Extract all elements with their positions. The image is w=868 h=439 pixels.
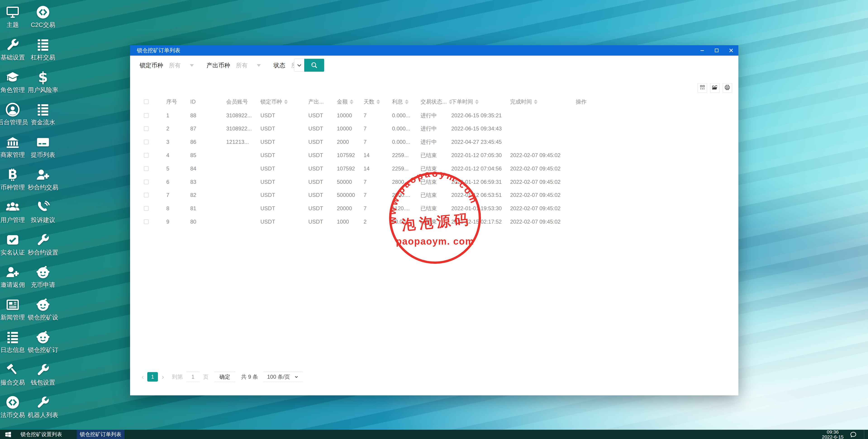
window-titlebar[interactable]: 锁仓挖矿订单列表 bbox=[130, 45, 738, 56]
column-header-interest[interactable]: 利息 bbox=[392, 97, 408, 107]
desktop-icon-label: 钱包设置 bbox=[31, 378, 55, 386]
cell-out: USDT bbox=[308, 122, 323, 135]
cell-days: 7 bbox=[364, 202, 367, 215]
desktop-icon-reddit-1-8[interactable]: 充币申请 bbox=[24, 265, 62, 292]
print-button[interactable] bbox=[722, 83, 732, 93]
column-header-order_time[interactable]: 下单时间 bbox=[451, 97, 479, 107]
cell-days: 14 bbox=[364, 148, 370, 162]
column-header-out: 产出... bbox=[308, 97, 324, 107]
column-header-label: 金额 bbox=[337, 98, 348, 105]
person-plus-icon bbox=[6, 265, 20, 279]
cell-order_time: 2022-01-12 06:59:31 bbox=[451, 175, 502, 189]
desktop-icon-wrench-1-7[interactable]: 秒合约设置 bbox=[24, 233, 62, 259]
admin-icon bbox=[6, 102, 20, 117]
desktop-icon-reddit-1-10[interactable]: 锁仓挖矿订 bbox=[24, 330, 62, 357]
desktop-icon-label: 用户管理 bbox=[0, 216, 25, 224]
filter-collapse-button[interactable] bbox=[294, 59, 304, 72]
desktop-icon-list-1-3[interactable]: 资金流水 bbox=[24, 102, 62, 129]
desktop-icon-phone-1-6[interactable]: 投诉建议 bbox=[24, 200, 62, 227]
cell-amount: 107592 bbox=[337, 162, 355, 175]
cell-order_time: 2022-01-12 07:05:30 bbox=[451, 148, 502, 162]
cell-order_time: 2022-06-15 09:35:21 bbox=[451, 109, 502, 122]
window-lock-mining-order-list: 锁仓挖矿订单列表 锁定币种所有产出币种所有状态所有 bbox=[130, 45, 738, 395]
taskbar-item-lock-mining-settings[interactable]: 锁仓挖矿设置列表 bbox=[16, 430, 66, 439]
column-header-lock[interactable]: 锁定币种 bbox=[260, 97, 288, 107]
cell-no: 8 bbox=[166, 202, 169, 215]
desktop-icon-label: 秒合约设置 bbox=[28, 248, 58, 257]
cell-lock: USDT bbox=[260, 148, 275, 162]
cell-no: 4 bbox=[166, 148, 169, 162]
cell-amount: 500000 bbox=[337, 189, 355, 202]
goto-page-input[interactable]: 1 bbox=[186, 372, 199, 382]
desktop-icon-label: 资金流水 bbox=[31, 118, 55, 126]
system-tray: 09:36 2022-6-15 bbox=[822, 430, 865, 439]
goto-confirm-button[interactable]: 确定 bbox=[214, 372, 235, 382]
cell-status: 进行中 bbox=[421, 122, 437, 135]
minimize-button[interactable] bbox=[695, 45, 709, 56]
prev-page-button[interactable]: ‹ bbox=[140, 373, 146, 381]
desktop-background: 主题基础设置角色管理后台管理员商家管理B币种管理用户管理实名认证邀请返佣新闻管理… bbox=[0, 0, 868, 439]
export-button[interactable] bbox=[710, 83, 720, 93]
row-checkbox[interactable] bbox=[144, 140, 149, 144]
taskbar-item-lock-mining-orders[interactable]: 锁仓挖矿订单列表 bbox=[77, 430, 124, 439]
cell-amount: 107592 bbox=[337, 148, 355, 162]
column-header-label: 产出... bbox=[308, 98, 324, 105]
window-controls bbox=[695, 45, 738, 56]
dollar-icon: $ bbox=[36, 70, 50, 85]
desktop-icon-c2c-1-0[interactable]: C2C交易 bbox=[24, 5, 62, 32]
desktop-icon-dollar-1-2[interactable]: $用户风险率 bbox=[24, 70, 62, 97]
show-desktop-button[interactable] bbox=[864, 430, 865, 439]
row-checkbox[interactable] bbox=[144, 166, 149, 171]
cell-no: 5 bbox=[166, 162, 169, 175]
desktop-icon-reddit-1-9[interactable]: 锁仓挖矿设 bbox=[24, 298, 62, 324]
desktop-icon-label: 秒合约交易 bbox=[28, 183, 58, 192]
column-header-amount[interactable]: 金额 bbox=[337, 97, 353, 107]
taskbar-clock[interactable]: 09:36 2022-6-15 bbox=[822, 430, 843, 439]
sort-carets-icon bbox=[376, 99, 380, 104]
select-all-checkbox[interactable] bbox=[144, 99, 149, 104]
desktop-icon-card-1-4[interactable]: 提币列表 bbox=[24, 135, 62, 162]
column-header-days[interactable]: 天数 bbox=[364, 97, 380, 107]
search-button[interactable] bbox=[304, 59, 324, 72]
table-row-80: 980USDTUSDT1000260.00...已结束2021-12-15 02… bbox=[130, 215, 738, 228]
maximize-button[interactable] bbox=[709, 45, 724, 56]
page-size-select[interactable]: 100 条/页 bbox=[264, 372, 303, 382]
columns-toggle-button[interactable] bbox=[698, 83, 707, 93]
column-header-label: 会员账号 bbox=[226, 98, 248, 105]
next-page-button[interactable]: › bbox=[160, 373, 166, 381]
desktop-icon-label: 锁仓挖矿订 bbox=[28, 346, 58, 354]
cell-id: 88 bbox=[190, 109, 196, 122]
cell-no: 6 bbox=[166, 175, 169, 189]
cell-interest: 0.000... bbox=[392, 109, 410, 122]
row-checkbox[interactable] bbox=[144, 219, 149, 224]
close-button[interactable] bbox=[724, 45, 738, 56]
desktop-icon-person-plus-1-5[interactable]: 秒合约交易 bbox=[24, 168, 62, 194]
sort-carets-icon bbox=[350, 99, 353, 104]
desktop-icon-wrench-1-12[interactable]: 机器人列表 bbox=[24, 395, 62, 422]
cell-out: USDT bbox=[308, 175, 323, 189]
desktop-icon-list-1-1[interactable]: 杠杆交易 bbox=[24, 37, 62, 64]
column-header-account: 会员账号 bbox=[226, 97, 248, 107]
cell-days: 7 bbox=[364, 109, 367, 122]
row-checkbox[interactable] bbox=[144, 113, 149, 118]
filter-select-1[interactable]: 产出币种所有 bbox=[207, 62, 261, 69]
filter-select-0[interactable]: 锁定币种所有 bbox=[140, 62, 194, 69]
desktop-icon-label: 实名认证 bbox=[0, 248, 25, 257]
sort-carets-icon bbox=[534, 99, 537, 104]
start-button[interactable] bbox=[0, 430, 16, 439]
clock-date: 2022-6-15 bbox=[822, 435, 843, 439]
desktop-icon-wrench-1-11[interactable]: 钱包设置 bbox=[24, 363, 62, 389]
row-checkbox[interactable] bbox=[144, 193, 149, 198]
notification-button[interactable] bbox=[849, 431, 857, 438]
row-checkbox[interactable] bbox=[144, 179, 149, 184]
row-checkbox[interactable] bbox=[144, 206, 149, 211]
column-header-status[interactable]: 交易状态... bbox=[421, 97, 453, 107]
check-badge-icon bbox=[6, 233, 20, 247]
page-1-button[interactable]: 1 bbox=[147, 372, 158, 381]
cell-amount: 50000 bbox=[337, 175, 352, 189]
monitor-icon bbox=[6, 5, 20, 20]
row-checkbox[interactable] bbox=[144, 126, 149, 131]
sort-carets-icon bbox=[284, 99, 288, 104]
column-header-finish_time[interactable]: 完成时间 bbox=[510, 97, 537, 107]
row-checkbox[interactable] bbox=[144, 153, 149, 158]
